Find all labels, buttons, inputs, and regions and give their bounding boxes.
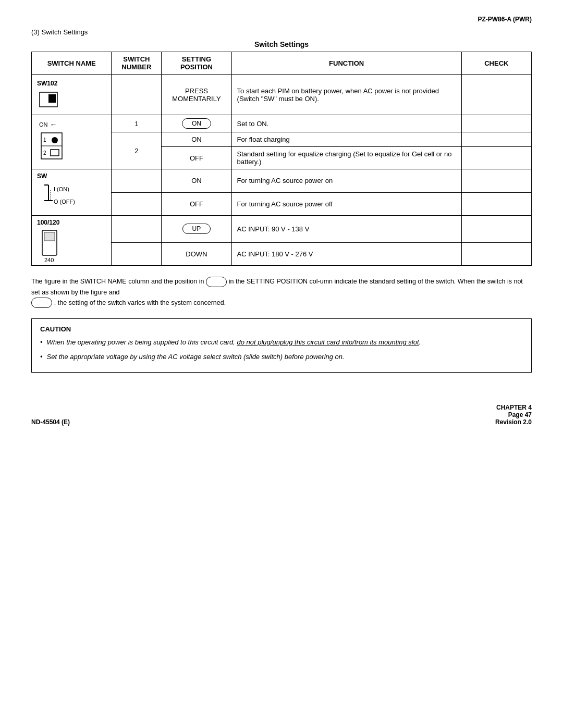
th-setting-position: SETTING POSITION (162, 52, 231, 75)
td-dip-name: ON← 1 2 (32, 115, 112, 169)
footnote-text1: The figure in the SWITCH NAME column and… (31, 278, 206, 285)
svg-rect-15 (44, 232, 55, 241)
td-sw102-name: SW102 (32, 75, 112, 115)
td-sw-check-on (461, 169, 531, 193)
header-title: PZ-PW86-A (PWR) (478, 16, 532, 23)
svg-rect-1 (48, 94, 56, 103)
footer-page: Page 47 (495, 411, 532, 418)
sw102-icon (37, 88, 68, 112)
caution-bullet-2: • (40, 352, 43, 362)
th-check: CHECK (461, 52, 531, 75)
td-dip-func-off: Standard setting for equalize charging (… (231, 147, 461, 169)
svg-text:1: 1 (43, 137, 46, 143)
td-sw-number-2 (112, 192, 162, 216)
td-dip-check-on (461, 132, 531, 147)
svg-point-5 (52, 137, 58, 143)
td-slide-number-2 (112, 242, 162, 265)
td-slide-func-down: AC INPUT: 180 V - 276 V (231, 242, 461, 265)
table-row: SW102 PRESSMOMENTARILY To start each PIM… (32, 75, 532, 115)
footer-chapter: CHAPTER 4 (495, 404, 532, 411)
td-sw-pos-off: OFF (162, 192, 231, 216)
caution-item-2: • Set the appropriate voltage by using t… (40, 352, 523, 362)
td-dip-check-1 (461, 115, 531, 132)
caution-box: CAUTION • When the operating power is be… (31, 318, 532, 373)
td-sw102-function: To start each PIM on battery power, when… (231, 75, 461, 115)
th-switch-name: SWITCH NAME (32, 52, 112, 75)
td-slide-number (112, 216, 162, 243)
td-sw102-position: PRESSMOMENTARILY (162, 75, 231, 115)
caution-bullet-1: • (40, 337, 43, 348)
caution-item-1: • When the operating power is being supp… (40, 337, 523, 348)
slide-switch-icon: 240 (37, 228, 63, 262)
svg-text:I (ON): I (ON) (54, 186, 69, 192)
th-switch-number: SWITCH NUMBER (112, 52, 162, 75)
table-row: 100/120 240 UP AC INPUT: 90 V - 138 V (32, 216, 532, 243)
td-dip-pos-on-pill: ON (162, 115, 231, 132)
td-sw-name: SW I (ON) O (OFF) (32, 169, 112, 216)
td-dip-number-2: 2 (112, 132, 162, 169)
table-title: Switch Settings (31, 40, 532, 48)
table-row: SW I (ON) O (OFF) (32, 169, 532, 193)
switch-settings-table: SWITCH NAME SWITCH NUMBER SETTING POSITI… (31, 52, 532, 266)
section-label: (3) Switch Settings (31, 28, 532, 36)
dip-switch-icon: 1 2 (39, 132, 70, 161)
td-sw-check-off (461, 192, 531, 216)
td-slide-pos-down: DOWN (162, 242, 231, 265)
td-slide-name: 100/120 240 (32, 216, 112, 266)
td-sw-func-off: For turning AC source power off (231, 192, 461, 216)
td-dip-check-off (461, 147, 531, 169)
page-footer: ND-45504 (E) CHAPTER 4 Page 47 Revision … (31, 404, 532, 426)
td-dip-pos-on: ON (162, 132, 231, 147)
caution-text-2: Set the appropriate voltage by using the… (47, 352, 345, 362)
footnote-pill1 (206, 277, 227, 287)
td-slide-pos-up: UP (162, 216, 231, 243)
td-slide-check-up (461, 216, 531, 243)
th-function: FUNCTION (231, 52, 461, 75)
caution-text-1: When the operating power is being suppli… (47, 337, 421, 348)
svg-text:O (OFF): O (OFF) (54, 199, 75, 205)
td-slide-func-up: AC INPUT: 90 V - 138 V (231, 216, 461, 243)
footnote-text3: , the setting of the switch varies with … (54, 299, 226, 306)
table-row: ON← 1 2 (32, 115, 532, 132)
td-dip-number-1: 1 (112, 115, 162, 132)
td-sw102-check (461, 75, 531, 115)
caution-underline-1: do not plug/unplug this circuit card int… (237, 338, 419, 346)
caution-title: CAUTION (40, 325, 523, 333)
td-sw102-number (112, 75, 162, 115)
footer-revision: Revision 2.0 (495, 418, 532, 426)
svg-text:240: 240 (44, 257, 54, 263)
footnote-pill2 (31, 298, 52, 308)
td-sw-pos-on: ON (162, 169, 231, 193)
td-dip-func-1: Set to ON. (231, 115, 461, 132)
td-dip-func-on: For float charging (231, 132, 461, 147)
svg-text:2: 2 (43, 150, 46, 156)
svg-rect-7 (51, 150, 59, 156)
td-dip-pos-off: OFF (162, 147, 231, 169)
td-sw-func-on: For turning AC source power on (231, 169, 461, 193)
footer-right: CHAPTER 4 Page 47 Revision 2.0 (495, 404, 532, 426)
footnote: The figure in the SWITCH NAME column and… (31, 276, 532, 308)
footer-left: ND-45504 (E) (31, 418, 70, 426)
sw-toggle-icon: I (ON) O (OFF) (37, 181, 79, 212)
td-sw-number (112, 169, 162, 193)
td-slide-check-down (461, 242, 531, 265)
page-header: PZ-PW86-A (PWR) (31, 16, 532, 23)
